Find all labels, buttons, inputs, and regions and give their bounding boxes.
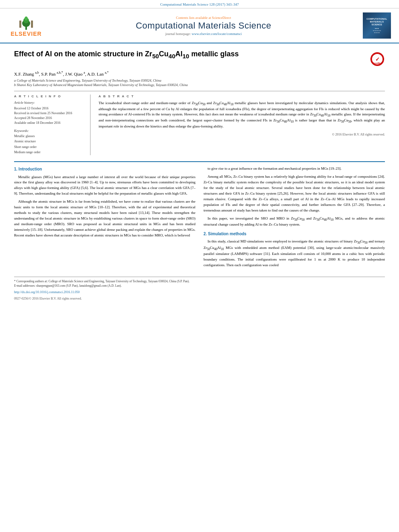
section1-heading: 1. Introduction [14, 166, 195, 173]
email-note: E-mail addresses: shaopengpan@163.com (S… [14, 283, 385, 288]
divider-1 [14, 91, 385, 91]
keyword-3: Short range order [14, 144, 84, 150]
keyword-2: Atomic structure [14, 139, 84, 144]
affiliations: a College of Materials Science and Engin… [14, 78, 385, 87]
abstract-column: A B S T R A C T The icosahedral short-ra… [99, 94, 385, 155]
keywords-section: Keywords: Metallic glasses Atomic struct… [14, 129, 84, 155]
footnote-divider [14, 277, 385, 277]
journal-thumbnail: COMPUTATIONAL MATERIALS SCIENCE ■ ■ ■ ▬ … [363, 12, 391, 39]
article-history-label: Article history: [14, 101, 84, 105]
keyword-1: Metallic glasses [14, 134, 84, 139]
elsevier-tree-icon [16, 14, 36, 31]
keywords-label: Keywords: [14, 129, 84, 133]
affiliation-a: a College of Materials Science and Engin… [14, 78, 385, 82]
journal-title-block: Contents lists available at ScienceDirec… [44, 16, 363, 36]
revised-date: Received in revised form 25 November 201… [14, 111, 84, 116]
article-info-label: A R T I C L E I N F O [14, 94, 84, 98]
abstract-label: A B S T R A C T [99, 94, 385, 98]
svg-rect-5 [31, 21, 33, 28]
received-date: Received 12 October 2016 [14, 106, 84, 111]
affiliation-b: b Shanxi Key Laboratory of Advanced Magn… [14, 83, 385, 87]
intro-paragraph-2: Although the atomic structure in MGs is … [14, 199, 195, 238]
svg-rect-4 [19, 21, 21, 28]
authors-line: X.F. Zhang a,b, S.P. Pan a,b,*, J.W. Qia… [14, 71, 385, 76]
section2-heading: 2. Simulation methods [204, 231, 385, 237]
available-date: Available online 18 December 2016 [14, 121, 84, 125]
sim-paragraph-1: In this study, classical MD simulations … [204, 239, 385, 268]
elsevier-text: ELSEVIER [10, 31, 41, 37]
issn-line: 0927-0256/© 2016 Elsevier B.V. All right… [14, 296, 385, 301]
svg-point-3 [25, 16, 28, 21]
intro-paragraph-4: Among all MGs, Zr–Cu binary system has a… [204, 174, 385, 214]
elsevier-logo: ELSEVIER [8, 14, 44, 37]
svg-text:CrossMark: CrossMark [372, 62, 383, 64]
corresponding-author-note: * Corresponding authors at: College of M… [14, 279, 385, 283]
body-left-column: 1. Introduction Metallic glasses (MGs) h… [14, 166, 195, 271]
body-divider [14, 161, 385, 162]
article-history-items: Received 12 October 2016 Received in rev… [14, 106, 84, 125]
article-title: Effect of Al on the atomic structure in … [14, 49, 364, 60]
keywords-list: Metallic glasses Atomic structure Short … [14, 134, 84, 155]
abstract-text: The icosahedral short-range order and me… [99, 101, 385, 129]
footnotes: * Corresponding authors at: College of M… [14, 279, 385, 301]
intro-paragraph-3: to give rise to a great influence on the… [204, 166, 385, 172]
journal-homepage: journal homepage: www.elsevier.com/locat… [44, 32, 363, 36]
article-info-column: A R T I C L E I N F O Article history: R… [14, 94, 90, 155]
copyright-line: © 2016 Elsevier B.V. All rights reserved… [99, 133, 385, 136]
article-info-abstract-section: A R T I C L E I N F O Article history: R… [14, 94, 385, 155]
accepted-date: Accepted 28 November 2016 [14, 116, 84, 121]
sciencedirect-link: Contents lists available at ScienceDirec… [44, 16, 363, 20]
doi-link[interactable]: http://dx.doi.org/10.1016/j.commatsci.20… [14, 290, 385, 295]
journal-name: Computational Materials Science [44, 21, 363, 31]
body-content: 1. Introduction Metallic glasses (MGs) h… [14, 166, 385, 271]
journal-citation: Computational Materials Science 128 (201… [0, 0, 399, 8]
body-right-column: to give rise to a great influence on the… [204, 166, 385, 271]
crossmark-icon: ✓ CrossMark [370, 52, 384, 66]
journal-header: ELSEVIER Contents lists available at Sci… [0, 8, 399, 43]
svg-text:✓: ✓ [375, 56, 380, 62]
keyword-4: Medium range order [14, 150, 84, 155]
article-title-section: Effect of Al on the atomic structure in … [14, 49, 385, 67]
crossmark-badge[interactable]: ✓ CrossMark [370, 51, 385, 67]
intro-paragraph-5: In this paper, we investigated the SRO a… [204, 216, 385, 228]
main-content: Effect of Al on the atomic structure in … [0, 43, 399, 309]
intro-paragraph-1: Metallic glasses (MGs) have attracted a … [14, 175, 195, 197]
